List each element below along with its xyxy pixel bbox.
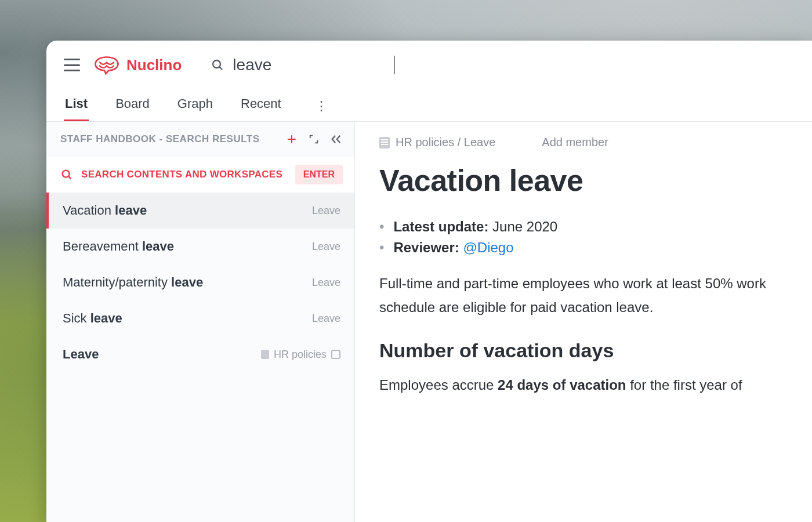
result-category: Leave xyxy=(312,277,340,289)
breadcrumb[interactable]: HR policies / Leave xyxy=(379,136,495,149)
brand-logo-icon xyxy=(93,53,121,77)
svg-line-1 xyxy=(220,67,223,70)
search xyxy=(211,56,395,74)
search-result[interactable]: Maternity/paternity leaveLeave xyxy=(46,264,354,300)
sidebar-header-title: STAFF HANDBOOK - SEARCH RESULTS xyxy=(60,133,277,145)
search-icon xyxy=(60,168,73,181)
add-member-button[interactable]: Add member xyxy=(542,136,608,149)
doc-intro: Full-time and part-time employees who wo… xyxy=(379,272,812,320)
doc-meta-list: Latest update: June 2020 Reviewer: @Dieg… xyxy=(379,219,812,256)
doc-meta: HR policies / Leave Add member xyxy=(379,136,812,149)
sidebar-header: STAFF HANDBOOK - SEARCH RESULTS + xyxy=(46,122,354,157)
search-contents-row[interactable]: SEARCH CONTENTS AND WORKSPACES ENTER xyxy=(46,157,354,193)
page-icon xyxy=(261,350,269,359)
svg-point-2 xyxy=(63,171,70,177)
breadcrumb-text: HR policies / Leave xyxy=(396,136,495,149)
search-result[interactable]: Bereavement leaveLeave xyxy=(46,229,354,264)
doc-title: Vacation leave xyxy=(379,163,812,198)
search-input[interactable] xyxy=(233,56,395,74)
tabs-more-icon[interactable]: ⋮ xyxy=(311,95,331,117)
result-category: Leave xyxy=(312,313,340,325)
sidebar: STAFF HANDBOOK - SEARCH RESULTS + SEARCH… xyxy=(46,122,355,522)
brand[interactable]: Nuclino xyxy=(93,53,182,77)
search-result[interactable]: Sick leaveLeave xyxy=(46,300,354,336)
result-title: Leave xyxy=(63,347,99,362)
page-icon xyxy=(379,137,390,148)
meta-reviewer: Reviewer: @Diego xyxy=(379,240,812,256)
tab-recent[interactable]: Recent xyxy=(240,90,282,121)
section-body: Employees accrue 24 days of vacation for… xyxy=(379,374,812,397)
menu-icon[interactable] xyxy=(64,59,80,71)
tab-label: Graph xyxy=(177,96,213,111)
collection-icon xyxy=(331,350,340,359)
tab-list[interactable]: List xyxy=(64,90,89,121)
document: HR policies / Leave Add member Vacation … xyxy=(355,122,812,522)
search-icon xyxy=(211,58,224,72)
collapse-icon[interactable] xyxy=(329,132,343,146)
result-title: Vacation leave xyxy=(63,203,147,218)
svg-line-3 xyxy=(68,176,71,179)
search-results-list: Vacation leaveLeaveBereavement leaveLeav… xyxy=(46,193,354,372)
tab-label: Board xyxy=(115,96,150,111)
result-title: Bereavement leave xyxy=(63,239,174,254)
brand-name: Nuclino xyxy=(126,56,182,74)
svg-point-0 xyxy=(213,60,220,68)
search-result[interactable]: Vacation leaveLeave xyxy=(46,193,354,229)
content: STAFF HANDBOOK - SEARCH RESULTS + SEARCH… xyxy=(46,121,812,522)
result-title: Maternity/paternity leave xyxy=(63,275,203,290)
view-tabs: List Board Graph Recent ⋮ xyxy=(46,82,812,121)
search-result[interactable]: LeaveHR policies xyxy=(46,336,354,372)
result-title: Sick leave xyxy=(63,311,122,326)
tab-board[interactable]: Board xyxy=(114,90,151,121)
tab-label: Recent xyxy=(241,96,281,111)
search-contents-label: SEARCH CONTENTS AND WORKSPACES xyxy=(81,169,287,180)
section-heading: Number of vacation days xyxy=(379,339,812,362)
tab-graph[interactable]: Graph xyxy=(176,90,214,121)
app-window: Nuclino List Board Graph Recent ⋮ STAFF … xyxy=(46,41,812,522)
add-icon[interactable]: + xyxy=(285,132,299,146)
result-category: HR policies xyxy=(261,349,340,361)
tab-label: List xyxy=(65,96,88,111)
result-category: Leave xyxy=(312,241,340,253)
mention-reviewer[interactable]: @Diego xyxy=(463,240,513,255)
result-category: Leave xyxy=(312,205,340,217)
expand-icon[interactable] xyxy=(307,132,321,146)
enter-badge: ENTER xyxy=(295,165,343,184)
meta-latest-update: Latest update: June 2020 xyxy=(379,219,812,235)
topbar: Nuclino xyxy=(46,41,812,82)
